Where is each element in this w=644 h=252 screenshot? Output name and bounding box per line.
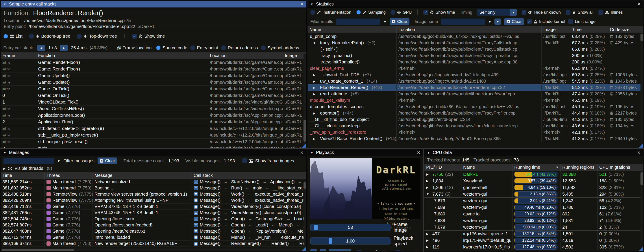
table-row[interactable]: 389,169,674nsMain thread(7,750)New rende… [1, 240, 306, 247]
table-row[interactable]: ▶VideoGLBase::RenderContent()(+14)/home/… [308, 136, 643, 142]
table-row[interactable]: inlinestd::unique_ptr<>::reset()/usr/inc… [1, 138, 306, 145]
sync-timeline-checkbox[interactable]: ✓Sync timeline [356, 250, 391, 252]
callstack-frame[interactable]: Work() [231, 198, 244, 203]
callstack-frame[interactable]: Message() [200, 179, 220, 184]
expand-arrow-icon[interactable]: ▼ [313, 41, 318, 45]
table-row[interactable]: ▶496irq/175-iwlwifi:default_qu132.14 ms … [424, 237, 643, 244]
callstack-frame[interactable]: Message() [200, 192, 220, 197]
expand-arrow-icon[interactable]: ▶ [426, 186, 430, 189]
callstack-frame[interactable]: Message() [200, 198, 220, 203]
callstack-icon[interactable] [194, 211, 198, 215]
show-frame-images-checkbox[interactable]: ✓Show frame images [242, 158, 294, 164]
close-icon[interactable]: ✕ [637, 150, 641, 155]
panel-titlebar[interactable]: ▼ Messages ✕ [1, 149, 306, 156]
callstack-icon[interactable] [194, 205, 198, 208]
callstack-frame[interactable]: Message() [200, 235, 220, 240]
limit-range-checkbox[interactable]: ✓Limit range [568, 19, 596, 24]
table-row[interactable]: ▶1,834Xwayland9.57 s (39.44%)12,553188(1… [424, 178, 643, 184]
timing-dropdown[interactable]: Self only▼ [477, 9, 517, 16]
expand-arrow-icon[interactable]: ▶ [313, 80, 318, 83]
table-row[interactable]: __GI__dl_find_dso_for_object/usr/src/deb… [308, 116, 643, 123]
panel-titlebar[interactable]: ▼ CPU data ✕ [424, 149, 643, 156]
callstack-frame[interactable]: Work() [231, 192, 244, 197]
table-row[interactable]: __GI___clock_nanosleep/usr/src/debug/gli… [308, 123, 643, 129]
expand-arrow[interactable]: ▶ [3, 167, 6, 170]
prev-frame-button[interactable]: ◀ [310, 249, 317, 252]
col-header-cpu-migrations[interactable]: CPU migrations [598, 164, 643, 171]
col-header-time[interactable]: Time [1, 172, 45, 179]
col-header-pid[interactable]: PID/TID [424, 164, 462, 171]
expand-arrow-icon[interactable]: ▶ [426, 179, 430, 182]
next-frame-button[interactable]: ▶ [320, 249, 326, 252]
message-filter-input[interactable] [3, 158, 54, 164]
callstack-frame[interactable]: main [253, 186, 262, 190]
mode-instrumentation[interactable]: Instrumentation [310, 10, 351, 15]
resize-grip[interactable] [639, 247, 643, 251]
col-header-message[interactable]: Message [93, 172, 192, 179]
expand-arrow-icon[interactable]: ▶ [426, 232, 430, 236]
table-row[interactable]: 382,647,488nsGame(7,776)Opening /meta/re… [1, 228, 306, 234]
table-row[interactable]: 382,408,518nsRemoteView(7,775)Remote vie… [1, 191, 306, 197]
frame-image[interactable]: DarkRL Created by Bartosz Taudul wolf.pl… [310, 158, 420, 219]
table-row[interactable]: tracy::rpmalloc()/home/wolf/darkrl/contr… [308, 52, 643, 59]
callstack-icon[interactable] [194, 217, 198, 221]
table-row[interactable]: 381,559,214nsMain thread(7,750)Network i… [1, 179, 306, 185]
col-header-image[interactable]: Image [542, 26, 570, 33]
callstack-frame[interactable]: Menu() [279, 222, 293, 228]
expand-arrow-icon[interactable]: ▶ [313, 92, 318, 96]
callstack-frame[interactable]: GetImageSize [256, 216, 284, 222]
callstack-icon[interactable] [194, 198, 198, 202]
view-mode-top-down[interactable]: Top-down tree [77, 34, 117, 39]
callstack-icon[interactable] [194, 180, 198, 184]
resize-grip[interactable] [639, 143, 643, 148]
table-row[interactable]: ▶_Unwind_Find_FDE(+7)/usr/src/debug/gcc/… [308, 72, 643, 78]
view-mode-list[interactable]: List [3, 34, 22, 39]
callstack-frame[interactable]: execute_native_thread_ro [255, 192, 306, 197]
table-row[interactable]: 382,712,444nsGame(7,776)Intro menu loade… [1, 234, 306, 240]
table-row[interactable]: 381,692,052nsMain thread(7,750)Booting..… [1, 185, 306, 191]
callstack-frame[interactable]: Render() [271, 241, 289, 246]
expand-arrow-icon[interactable]: ▶ [313, 73, 318, 77]
show-time-checkbox[interactable]: ✓Show time [132, 34, 165, 39]
scrollbar-thumb[interactable] [304, 182, 306, 189]
col-header-location[interactable]: Location [397, 26, 542, 33]
col-header-codesize[interactable]: Code size [608, 26, 643, 33]
table-row[interactable]: ▶FloorRenderer::Render()(+13)/home/wolf/… [308, 84, 643, 91]
table-row[interactable]: ▶1,206(12)gnome-shell4.64 s (19.10%)11,6… [424, 184, 643, 191]
table-row[interactable]: 0Game::OnTick()/home/wolf/darkrl/src/gam… [1, 92, 306, 99]
panel-titlebar[interactable]: ▼ Sample entry call stacks ✕ [1, 1, 306, 8]
table-row[interactable]: 2Application::Run()/home/wolf/darkrl/src… [1, 119, 306, 125]
table-row[interactable]: 7,679wezterm-gui500.94 µs (0.00%)242(8.3… [424, 224, 643, 230]
collapse-icon[interactable]: ▼ [427, 151, 430, 154]
inlines-checkbox[interactable]: ✓Inlines [598, 10, 623, 15]
callstack-frame[interactable]: StartNetwork() [231, 179, 260, 184]
table-row[interactable]: module_get_kallsym<kernel><kernel>45.5 m… [308, 97, 643, 104]
clear-messages-button[interactable]: Clear [98, 158, 117, 164]
filter-funnel-icon[interactable]: ▼ [383, 20, 386, 24]
next-stack-button[interactable]: ▶ [60, 45, 68, 51]
image-name-input[interactable] [441, 18, 485, 25]
resize-grip[interactable] [302, 247, 306, 251]
table-row[interactable]: inlineApplication::InnerLoop()/home/wolf… [1, 112, 306, 119]
collapse-icon[interactable]: ▼ [310, 2, 314, 6]
col-header-function[interactable]: Function [36, 52, 208, 59]
col-header-thread[interactable]: Thread [45, 172, 93, 179]
expand-arrow-icon[interactable]: ▶ [426, 238, 430, 242]
callstack-frame[interactable]: Open() [231, 229, 245, 234]
callstack-frame[interactable]: execute_nat [281, 235, 305, 240]
close-icon[interactable]: ✕ [637, 2, 641, 7]
callstack-frame[interactable]: execute_native_thread_ro [255, 198, 306, 203]
show-all-checkbox[interactable]: ✓Show all [566, 10, 594, 15]
callstack-frame[interactable]: __libc_start_call_ [273, 186, 306, 190]
col-header-time[interactable]: Time [570, 26, 608, 33]
callstack-frame[interactable]: Message() [200, 222, 220, 228]
callstack-icon[interactable] [194, 192, 198, 196]
callstack-frame[interactable]: Message() [200, 241, 220, 246]
table-row[interactable]: 3main/home/wolf/darkrl/src/EntryPointPos… [1, 145, 306, 148]
callstack-frame[interactable]: Open() [231, 222, 245, 228]
play-button[interactable]: ▶Play [329, 249, 351, 252]
scrollbar-thumb[interactable] [304, 120, 306, 142]
collapse-icon[interactable]: ▼ [3, 151, 6, 154]
collapse-icon[interactable]: ▼ [3, 2, 6, 6]
filter-results-input[interactable] [336, 18, 380, 25]
